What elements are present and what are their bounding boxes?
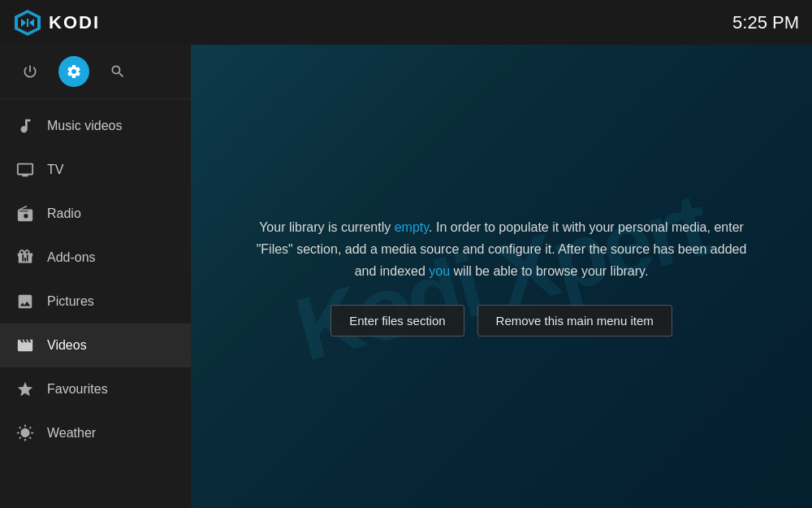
main-content: Kodi Xpert Your library is currently emp… xyxy=(191,45,812,508)
sidebar-item-videos[interactable]: Videos xyxy=(0,323,191,367)
main-layout: Music videos TV Radio A xyxy=(0,45,812,508)
sidebar-top-icons xyxy=(0,45,191,99)
power-button[interactable] xyxy=(15,56,45,87)
clock: 5:25 PM xyxy=(732,12,799,33)
sidebar-label-videos: Videos xyxy=(47,338,87,353)
music-videos-icon xyxy=(15,115,36,137)
sidebar-label-favourites: Favourites xyxy=(47,382,108,397)
info-text: Your library is currently empty. In orde… xyxy=(250,216,754,283)
action-buttons: Enter files section Remove this main men… xyxy=(250,305,754,336)
sidebar-item-radio[interactable]: Radio xyxy=(0,192,191,236)
app-title: KODI xyxy=(49,12,100,33)
radio-icon xyxy=(15,203,36,224)
sidebar-label-radio: Radio xyxy=(47,206,81,221)
sidebar-item-weather[interactable]: Weather xyxy=(0,411,191,455)
favourites-icon xyxy=(15,379,36,400)
kodi-logo-icon xyxy=(13,8,42,37)
nav-items: Music videos TV Radio A xyxy=(0,99,191,508)
sidebar: Music videos TV Radio A xyxy=(0,45,191,508)
weather-icon xyxy=(15,423,36,444)
enter-files-button[interactable]: Enter files section xyxy=(330,305,464,336)
addons-icon xyxy=(15,247,36,268)
sidebar-label-music-videos: Music videos xyxy=(47,119,122,133)
header-left: KODI xyxy=(13,8,100,37)
highlight-you: you xyxy=(429,264,450,278)
videos-icon xyxy=(15,335,36,356)
sidebar-item-music-videos[interactable]: Music videos xyxy=(0,104,191,148)
sidebar-item-favourites[interactable]: Favourites xyxy=(0,367,191,411)
search-button[interactable] xyxy=(102,56,133,87)
tv-icon xyxy=(15,159,36,180)
sidebar-label-weather: Weather xyxy=(47,426,96,441)
sidebar-item-addons[interactable]: Add-ons xyxy=(0,236,191,280)
pictures-icon xyxy=(15,291,36,312)
svg-rect-4 xyxy=(27,19,28,27)
content-box: Your library is currently empty. In orde… xyxy=(226,216,778,337)
sidebar-item-pictures[interactable]: Pictures xyxy=(0,280,191,323)
settings-button[interactable] xyxy=(58,56,89,87)
highlight-empty: empty xyxy=(395,220,429,234)
sidebar-item-tv[interactable]: TV xyxy=(0,148,191,192)
remove-menu-item-button[interactable]: Remove this main menu item xyxy=(477,305,672,336)
sidebar-label-pictures: Pictures xyxy=(47,294,94,309)
sidebar-label-addons: Add-ons xyxy=(47,250,96,265)
sidebar-label-tv: TV xyxy=(47,163,63,177)
header: KODI 5:25 PM xyxy=(0,0,812,45)
